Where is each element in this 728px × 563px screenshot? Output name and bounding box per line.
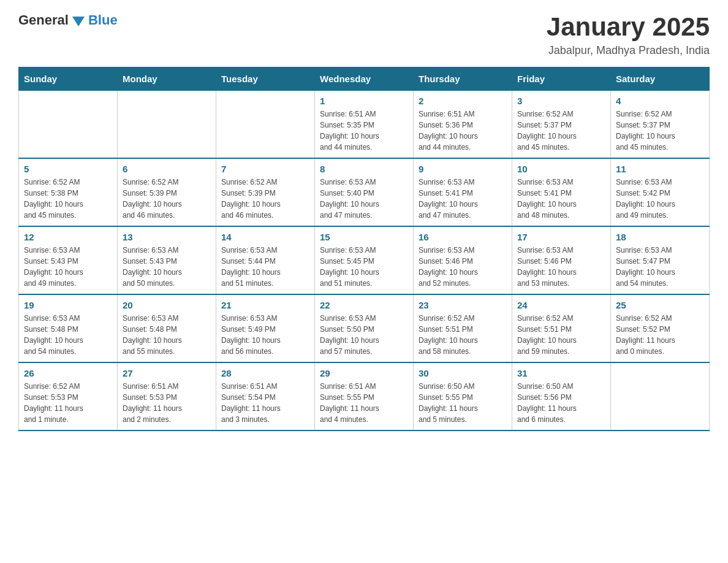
calendar-cell: 6Sunrise: 6:52 AM Sunset: 5:39 PM Daylig…	[118, 158, 216, 226]
calendar-cell	[216, 91, 315, 159]
day-number: 11	[616, 164, 704, 174]
day-header-sunday: Sunday	[19, 67, 118, 91]
week-row-4: 19Sunrise: 6:53 AM Sunset: 5:48 PM Dayli…	[19, 294, 710, 362]
day-number: 7	[221, 164, 309, 174]
day-info: Sunrise: 6:53 AM Sunset: 5:50 PM Dayligh…	[320, 313, 408, 357]
day-info: Sunrise: 6:53 AM Sunset: 5:48 PM Dayligh…	[123, 313, 211, 357]
page-title: January 2025	[547, 12, 710, 42]
day-info: Sunrise: 6:53 AM Sunset: 5:43 PM Dayligh…	[123, 245, 211, 289]
day-info: Sunrise: 6:51 AM Sunset: 5:53 PM Dayligh…	[123, 381, 211, 425]
subtitle: Jabalpur, Madhya Pradesh, India	[547, 44, 710, 57]
calendar-cell: 21Sunrise: 6:53 AM Sunset: 5:49 PM Dayli…	[216, 294, 315, 362]
day-info: Sunrise: 6:53 AM Sunset: 5:43 PM Dayligh…	[24, 245, 112, 289]
day-header-thursday: Thursday	[414, 67, 512, 91]
day-info: Sunrise: 6:52 AM Sunset: 5:51 PM Dayligh…	[517, 313, 605, 357]
day-number: 10	[517, 164, 605, 174]
week-row-5: 26Sunrise: 6:52 AM Sunset: 5:53 PM Dayli…	[19, 362, 710, 431]
day-info: Sunrise: 6:53 AM Sunset: 5:46 PM Dayligh…	[517, 245, 605, 289]
calendar-cell: 14Sunrise: 6:53 AM Sunset: 5:44 PM Dayli…	[216, 226, 315, 294]
day-number: 1	[320, 96, 408, 106]
day-number: 2	[419, 96, 507, 106]
calendar-cell: 30Sunrise: 6:50 AM Sunset: 5:55 PM Dayli…	[414, 362, 512, 431]
day-number: 16	[419, 232, 507, 242]
calendar-cell: 5Sunrise: 6:52 AM Sunset: 5:38 PM Daylig…	[19, 158, 118, 226]
day-header-saturday: Saturday	[611, 67, 710, 91]
day-number: 3	[517, 96, 605, 106]
calendar-cell	[19, 91, 118, 159]
calendar-cell: 10Sunrise: 6:53 AM Sunset: 5:41 PM Dayli…	[512, 158, 611, 226]
day-number: 22	[320, 300, 408, 310]
day-number: 30	[419, 368, 507, 378]
day-number: 25	[616, 300, 704, 310]
calendar-cell	[611, 362, 710, 431]
day-number: 26	[24, 368, 112, 378]
calendar-cell: 31Sunrise: 6:50 AM Sunset: 5:56 PM Dayli…	[512, 362, 611, 431]
day-number: 24	[517, 300, 605, 310]
day-info: Sunrise: 6:53 AM Sunset: 5:44 PM Dayligh…	[221, 245, 309, 289]
day-info: Sunrise: 6:53 AM Sunset: 5:40 PM Dayligh…	[320, 177, 408, 221]
day-info: Sunrise: 6:50 AM Sunset: 5:56 PM Dayligh…	[517, 381, 605, 425]
calendar-cell: 27Sunrise: 6:51 AM Sunset: 5:53 PM Dayli…	[118, 362, 216, 431]
header: General Blue January 2025 Jabalpur, Madh…	[18, 12, 710, 57]
calendar-cell: 11Sunrise: 6:53 AM Sunset: 5:42 PM Dayli…	[611, 158, 710, 226]
day-header-monday: Monday	[118, 67, 216, 91]
day-info: Sunrise: 6:53 AM Sunset: 5:48 PM Dayligh…	[24, 313, 112, 357]
day-number: 14	[221, 232, 309, 242]
day-info: Sunrise: 6:53 AM Sunset: 5:45 PM Dayligh…	[320, 245, 408, 289]
day-info: Sunrise: 6:52 AM Sunset: 5:53 PM Dayligh…	[24, 381, 112, 425]
day-number: 13	[123, 232, 211, 242]
calendar-cell: 29Sunrise: 6:51 AM Sunset: 5:55 PM Dayli…	[315, 362, 414, 431]
calendar-cell: 4Sunrise: 6:52 AM Sunset: 5:37 PM Daylig…	[611, 91, 710, 159]
calendar-cell: 26Sunrise: 6:52 AM Sunset: 5:53 PM Dayli…	[19, 362, 118, 431]
day-info: Sunrise: 6:51 AM Sunset: 5:55 PM Dayligh…	[320, 381, 408, 425]
logo-arrow-icon	[72, 17, 85, 26]
day-info: Sunrise: 6:53 AM Sunset: 5:47 PM Dayligh…	[616, 245, 704, 289]
calendar-table: SundayMondayTuesdayWednesdayThursdayFrid…	[18, 67, 710, 431]
calendar-cell: 28Sunrise: 6:51 AM Sunset: 5:54 PM Dayli…	[216, 362, 315, 431]
week-row-1: 1Sunrise: 6:51 AM Sunset: 5:35 PM Daylig…	[19, 91, 710, 159]
day-info: Sunrise: 6:51 AM Sunset: 5:35 PM Dayligh…	[320, 109, 408, 153]
day-header-wednesday: Wednesday	[315, 67, 414, 91]
day-number: 9	[419, 164, 507, 174]
title-area: January 2025 Jabalpur, Madhya Pradesh, I…	[547, 12, 710, 57]
calendar-cell: 3Sunrise: 6:52 AM Sunset: 5:37 PM Daylig…	[512, 91, 611, 159]
day-number: 17	[517, 232, 605, 242]
calendar-cell: 9Sunrise: 6:53 AM Sunset: 5:41 PM Daylig…	[414, 158, 512, 226]
day-number: 29	[320, 368, 408, 378]
logo-blue-text: Blue	[88, 12, 118, 28]
calendar-cell: 13Sunrise: 6:53 AM Sunset: 5:43 PM Dayli…	[118, 226, 216, 294]
calendar-cell: 20Sunrise: 6:53 AM Sunset: 5:48 PM Dayli…	[118, 294, 216, 362]
calendar-cell: 8Sunrise: 6:53 AM Sunset: 5:40 PM Daylig…	[315, 158, 414, 226]
calendar-cell: 7Sunrise: 6:52 AM Sunset: 5:39 PM Daylig…	[216, 158, 315, 226]
logo-general-text: General	[18, 12, 69, 28]
day-info: Sunrise: 6:51 AM Sunset: 5:36 PM Dayligh…	[419, 109, 507, 153]
calendar-cell: 22Sunrise: 6:53 AM Sunset: 5:50 PM Dayli…	[315, 294, 414, 362]
day-number: 23	[419, 300, 507, 310]
calendar-cell: 12Sunrise: 6:53 AM Sunset: 5:43 PM Dayli…	[19, 226, 118, 294]
day-number: 31	[517, 368, 605, 378]
calendar-header-row: SundayMondayTuesdayWednesdayThursdayFrid…	[19, 67, 710, 91]
day-info: Sunrise: 6:52 AM Sunset: 5:37 PM Dayligh…	[616, 109, 704, 153]
day-info: Sunrise: 6:52 AM Sunset: 5:37 PM Dayligh…	[517, 109, 605, 153]
calendar-cell: 17Sunrise: 6:53 AM Sunset: 5:46 PM Dayli…	[512, 226, 611, 294]
day-number: 4	[616, 96, 704, 106]
calendar-cell: 24Sunrise: 6:52 AM Sunset: 5:51 PM Dayli…	[512, 294, 611, 362]
day-info: Sunrise: 6:51 AM Sunset: 5:54 PM Dayligh…	[221, 381, 309, 425]
day-info: Sunrise: 6:50 AM Sunset: 5:55 PM Dayligh…	[419, 381, 507, 425]
calendar-cell	[118, 91, 216, 159]
day-number: 12	[24, 232, 112, 242]
calendar-cell: 23Sunrise: 6:52 AM Sunset: 5:51 PM Dayli…	[414, 294, 512, 362]
day-number: 28	[221, 368, 309, 378]
day-info: Sunrise: 6:52 AM Sunset: 5:51 PM Dayligh…	[419, 313, 507, 357]
day-header-friday: Friday	[512, 67, 611, 91]
logo: General Blue	[18, 12, 118, 28]
calendar-cell: 16Sunrise: 6:53 AM Sunset: 5:46 PM Dayli…	[414, 226, 512, 294]
day-number: 19	[24, 300, 112, 310]
calendar-cell: 25Sunrise: 6:52 AM Sunset: 5:52 PM Dayli…	[611, 294, 710, 362]
calendar-cell: 18Sunrise: 6:53 AM Sunset: 5:47 PM Dayli…	[611, 226, 710, 294]
calendar-cell: 15Sunrise: 6:53 AM Sunset: 5:45 PM Dayli…	[315, 226, 414, 294]
week-row-3: 12Sunrise: 6:53 AM Sunset: 5:43 PM Dayli…	[19, 226, 710, 294]
day-number: 6	[123, 164, 211, 174]
day-number: 21	[221, 300, 309, 310]
day-info: Sunrise: 6:53 AM Sunset: 5:46 PM Dayligh…	[419, 245, 507, 289]
